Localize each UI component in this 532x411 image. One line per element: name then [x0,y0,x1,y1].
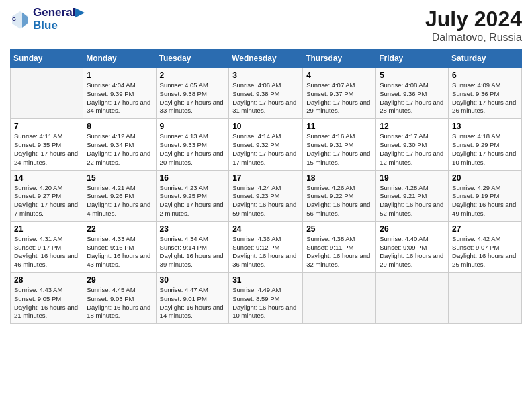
day-info: Sunrise: 4:14 AM Sunset: 9:32 PM Dayligh… [232,132,299,167]
day-number: 23 [160,224,226,234]
day-cell: 8Sunrise: 4:12 AM Sunset: 9:34 PM Daylig… [83,119,156,170]
day-cell [449,273,522,324]
day-number: 12 [380,122,445,131]
day-number: 4 [306,71,372,80]
logo: G General▶ Blue [10,7,84,32]
week-row-5: 28Sunrise: 4:43 AM Sunset: 9:05 PM Dayli… [11,273,522,324]
day-number: 5 [380,71,445,80]
day-number: 9 [160,122,226,131]
day-number: 7 [14,122,79,131]
page: G General▶ Blue July 2024 Dalmatovo, Rus… [0,0,532,411]
logo-line1: General▶ [33,7,84,19]
day-number: 10 [232,122,299,131]
day-info: Sunrise: 4:20 AM Sunset: 9:27 PM Dayligh… [14,184,79,218]
day-info: Sunrise: 4:26 AM Sunset: 9:22 PM Dayligh… [306,184,372,218]
day-cell: 2Sunrise: 4:05 AM Sunset: 9:38 PM Daylig… [156,68,229,119]
day-number: 13 [452,122,518,131]
day-number: 20 [452,173,518,183]
day-info: Sunrise: 4:38 AM Sunset: 9:11 PM Dayligh… [306,235,372,269]
week-row-3: 14Sunrise: 4:20 AM Sunset: 9:27 PM Dayli… [11,170,522,221]
day-cell: 6Sunrise: 4:09 AM Sunset: 9:36 PM Daylig… [449,68,522,119]
day-cell: 12Sunrise: 4:17 AM Sunset: 9:30 PM Dayli… [376,119,449,170]
day-number: 1 [87,71,152,80]
day-cell: 18Sunrise: 4:26 AM Sunset: 9:22 PM Dayli… [303,170,376,221]
day-cell: 27Sunrise: 4:42 AM Sunset: 9:07 PM Dayli… [449,221,522,272]
day-info: Sunrise: 4:16 AM Sunset: 9:31 PM Dayligh… [306,132,372,167]
day-number: 21 [14,224,79,234]
day-info: Sunrise: 4:13 AM Sunset: 9:33 PM Dayligh… [160,132,226,167]
calendar-table: Sunday Monday Tuesday Wednesday Thursday… [10,49,522,324]
day-info: Sunrise: 4:36 AM Sunset: 9:12 PM Dayligh… [232,235,299,269]
day-cell: 5Sunrise: 4:08 AM Sunset: 9:36 PM Daylig… [376,68,449,119]
logo-icon: G [10,9,30,30]
day-number: 22 [87,224,152,234]
day-info: Sunrise: 4:21 AM Sunset: 9:26 PM Dayligh… [87,184,152,218]
day-cell: 7Sunrise: 4:11 AM Sunset: 9:35 PM Daylig… [11,119,83,170]
day-cell: 19Sunrise: 4:28 AM Sunset: 9:21 PM Dayli… [376,170,449,221]
day-number: 8 [87,122,152,131]
day-info: Sunrise: 4:04 AM Sunset: 9:39 PM Dayligh… [87,81,152,116]
week-row-1: 1Sunrise: 4:04 AM Sunset: 9:39 PM Daylig… [11,68,522,119]
day-info: Sunrise: 4:23 AM Sunset: 9:25 PM Dayligh… [160,184,226,218]
day-cell: 22Sunrise: 4:33 AM Sunset: 9:16 PM Dayli… [83,221,156,272]
day-cell: 23Sunrise: 4:34 AM Sunset: 9:14 PM Dayli… [156,221,229,272]
day-number: 18 [306,173,372,183]
header: G General▶ Blue July 2024 Dalmatovo, Rus… [10,7,522,44]
day-info: Sunrise: 4:34 AM Sunset: 9:14 PM Dayligh… [160,235,226,269]
day-info: Sunrise: 4:18 AM Sunset: 9:29 PM Dayligh… [452,132,518,167]
col-tuesday: Tuesday [156,50,229,68]
day-number: 16 [160,173,226,183]
day-info: Sunrise: 4:06 AM Sunset: 9:38 PM Dayligh… [232,81,299,116]
title-location: Dalmatovo, Russia [425,32,522,44]
day-cell: 14Sunrise: 4:20 AM Sunset: 9:27 PM Dayli… [11,170,83,221]
week-row-2: 7Sunrise: 4:11 AM Sunset: 9:35 PM Daylig… [11,119,522,170]
day-info: Sunrise: 4:47 AM Sunset: 9:01 PM Dayligh… [160,286,226,320]
title-block: July 2024 Dalmatovo, Russia [425,7,522,44]
day-cell: 15Sunrise: 4:21 AM Sunset: 9:26 PM Dayli… [83,170,156,221]
day-cell: 21Sunrise: 4:31 AM Sunset: 9:17 PM Dayli… [11,221,83,272]
day-info: Sunrise: 4:31 AM Sunset: 9:17 PM Dayligh… [14,235,79,269]
day-cell: 24Sunrise: 4:36 AM Sunset: 9:12 PM Dayli… [229,221,303,272]
day-cell: 26Sunrise: 4:40 AM Sunset: 9:09 PM Dayli… [376,221,449,272]
header-row: Sunday Monday Tuesday Wednesday Thursday… [11,50,522,68]
day-number: 6 [452,71,518,80]
col-friday: Friday [376,50,449,68]
day-number: 30 [160,275,226,285]
day-number: 25 [306,224,372,234]
day-cell [376,273,449,324]
col-sunday: Sunday [11,50,83,68]
day-info: Sunrise: 4:28 AM Sunset: 9:21 PM Dayligh… [380,184,445,218]
day-info: Sunrise: 4:24 AM Sunset: 9:23 PM Dayligh… [232,184,299,218]
day-cell: 3Sunrise: 4:06 AM Sunset: 9:38 PM Daylig… [229,68,303,119]
day-number: 11 [306,122,372,131]
day-info: Sunrise: 4:43 AM Sunset: 9:05 PM Dayligh… [14,286,79,320]
day-cell: 11Sunrise: 4:16 AM Sunset: 9:31 PM Dayli… [303,119,376,170]
day-info: Sunrise: 4:09 AM Sunset: 9:36 PM Dayligh… [452,81,518,116]
day-cell: 10Sunrise: 4:14 AM Sunset: 9:32 PM Dayli… [229,119,303,170]
day-number: 14 [14,173,79,183]
day-number: 15 [87,173,152,183]
col-wednesday: Wednesday [229,50,303,68]
day-cell [11,68,83,119]
day-number: 27 [452,224,518,234]
day-cell: 9Sunrise: 4:13 AM Sunset: 9:33 PM Daylig… [156,119,229,170]
day-info: Sunrise: 4:29 AM Sunset: 9:19 PM Dayligh… [452,184,518,218]
day-number: 28 [14,275,79,285]
day-cell [303,273,376,324]
day-cell: 16Sunrise: 4:23 AM Sunset: 9:25 PM Dayli… [156,170,229,221]
day-number: 26 [380,224,445,234]
day-number: 24 [232,224,299,234]
day-cell: 1Sunrise: 4:04 AM Sunset: 9:39 PM Daylig… [83,68,156,119]
day-cell: 4Sunrise: 4:07 AM Sunset: 9:37 PM Daylig… [303,68,376,119]
day-cell: 20Sunrise: 4:29 AM Sunset: 9:19 PM Dayli… [449,170,522,221]
day-cell: 25Sunrise: 4:38 AM Sunset: 9:11 PM Dayli… [303,221,376,272]
day-number: 2 [160,71,226,80]
day-info: Sunrise: 4:45 AM Sunset: 9:03 PM Dayligh… [87,286,152,320]
day-info: Sunrise: 4:05 AM Sunset: 9:38 PM Dayligh… [160,81,226,116]
day-number: 3 [232,71,299,80]
svg-text:G: G [12,15,16,21]
day-info: Sunrise: 4:40 AM Sunset: 9:09 PM Dayligh… [380,235,445,269]
day-info: Sunrise: 4:07 AM Sunset: 9:37 PM Dayligh… [306,81,372,116]
day-info: Sunrise: 4:33 AM Sunset: 9:16 PM Dayligh… [87,235,152,269]
day-number: 31 [232,275,299,285]
